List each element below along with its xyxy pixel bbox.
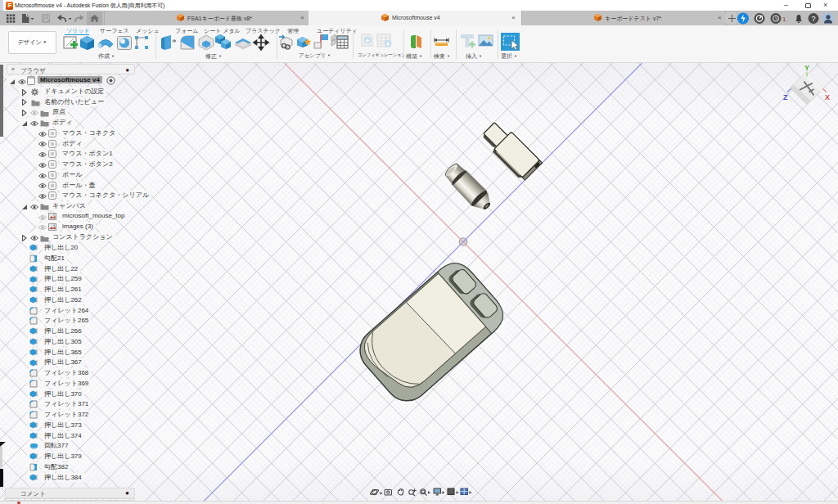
svg-text:1: 1 <box>782 16 786 23</box>
svg-text:Z: Z <box>783 93 788 101</box>
svg-text:X: X <box>825 93 830 101</box>
svg-text:?: ? <box>812 15 816 23</box>
svg-text:Y: Y <box>804 64 809 72</box>
